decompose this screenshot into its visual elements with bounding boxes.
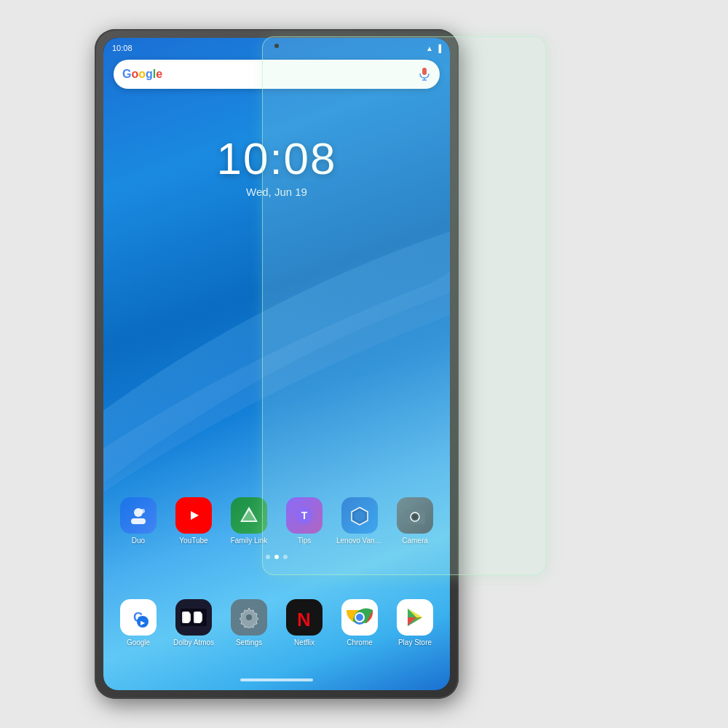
play-store-label: Play Store xyxy=(398,638,432,646)
app-icon-dolby-atmos[interactable]: Dolby Atmos xyxy=(170,599,217,646)
status-time: 10:08 xyxy=(112,44,132,52)
svg-text:T: T xyxy=(301,510,308,521)
clock-time: 10:08 xyxy=(103,132,450,184)
youtube-label: YouTube xyxy=(179,537,207,545)
status-bar: 10:08 ▲ ▐ xyxy=(103,38,450,58)
dot-3 xyxy=(283,555,288,559)
netflix-label: Netflix xyxy=(294,638,314,646)
dolby-atmos-icon[interactable] xyxy=(175,599,212,636)
front-camera xyxy=(274,44,279,48)
tablet-screen-container: 10:08 ▲ ▐ Google xyxy=(103,38,450,690)
app-icon-google[interactable]: G ▶ Google xyxy=(115,599,162,646)
tips-label: Tips xyxy=(298,537,312,545)
chrome-icon[interactable] xyxy=(341,599,378,636)
svg-point-30 xyxy=(356,614,363,621)
status-icons: ▲ ▐ xyxy=(426,44,441,52)
app-icon-play-store[interactable]: Play Store xyxy=(392,599,438,646)
app-icon-youtube[interactable]: YouTube xyxy=(170,497,217,545)
play-store-icon[interactable] xyxy=(397,599,433,636)
tips-icon[interactable]: T xyxy=(286,497,323,534)
lenovo-vantage-icon[interactable] xyxy=(341,497,378,534)
clock-display: 10:08 Wed, Jun 19 xyxy=(103,132,450,198)
svg-rect-22 xyxy=(195,612,202,623)
google-search-bar[interactable]: Google xyxy=(114,60,440,89)
android-screen: 10:08 ▲ ▐ Google xyxy=(103,38,450,690)
svg-text:N: N xyxy=(297,609,311,630)
family-link-label: Family Link xyxy=(231,537,268,545)
family-link-icon[interactable] xyxy=(231,497,267,534)
scene: 10:08 ▲ ▐ Google xyxy=(36,15,692,713)
youtube-icon[interactable] xyxy=(175,497,212,534)
google-app-icon[interactable]: G ▶ xyxy=(120,599,157,636)
tablet: 10:08 ▲ ▐ Google xyxy=(95,29,459,699)
svg-point-24 xyxy=(246,614,252,620)
camera-label: Camera xyxy=(402,537,428,545)
app-icon-lenovo-vantage[interactable]: Lenovo Vantage xyxy=(336,497,383,545)
app-row-1: Duo YouTube xyxy=(103,497,450,545)
dot-2-active xyxy=(274,555,279,559)
duo-label: Duo xyxy=(132,537,145,545)
svg-point-5 xyxy=(141,509,145,513)
app-icon-camera[interactable]: Camera xyxy=(392,497,438,545)
pagination-dots xyxy=(103,555,450,559)
clock-date: Wed, Jun 19 xyxy=(103,186,450,198)
mic-icon[interactable] xyxy=(418,68,431,81)
lenovo-vantage-label: Lenovo Vantage xyxy=(336,537,383,545)
svg-point-14 xyxy=(413,515,417,519)
dolby-atmos-label: Dolby Atmos xyxy=(173,638,214,646)
camera-icon[interactable] xyxy=(397,497,433,534)
settings-label: Settings xyxy=(236,638,262,646)
home-indicator[interactable] xyxy=(240,678,313,681)
svg-rect-0 xyxy=(422,68,427,75)
app-icon-family-link[interactable]: Family Link xyxy=(226,497,272,545)
svg-rect-4 xyxy=(131,518,146,524)
chrome-label: Chrome xyxy=(347,638,373,646)
settings-icon[interactable] xyxy=(231,599,267,636)
dot-1 xyxy=(266,555,270,559)
google-logo-icon: Google xyxy=(122,68,162,80)
wifi-icon: ▲ xyxy=(426,44,433,52)
battery-icon: ▐ xyxy=(436,44,441,52)
app-icon-tips[interactable]: T Tips xyxy=(281,497,328,545)
svg-text:▶: ▶ xyxy=(141,620,146,626)
google-label: Google xyxy=(127,638,150,646)
netflix-icon[interactable]: N xyxy=(286,599,323,636)
app-icon-settings[interactable]: Settings xyxy=(226,599,272,646)
app-icon-chrome[interactable]: Chrome xyxy=(336,599,383,646)
app-row-2: G ▶ Google xyxy=(103,599,450,646)
app-icon-duo[interactable]: Duo xyxy=(115,497,162,545)
svg-rect-20 xyxy=(183,612,191,623)
app-icon-netflix[interactable]: N Netflix xyxy=(281,599,328,646)
search-bar-wrapper[interactable]: Google xyxy=(114,60,440,89)
duo-icon[interactable] xyxy=(120,497,157,534)
